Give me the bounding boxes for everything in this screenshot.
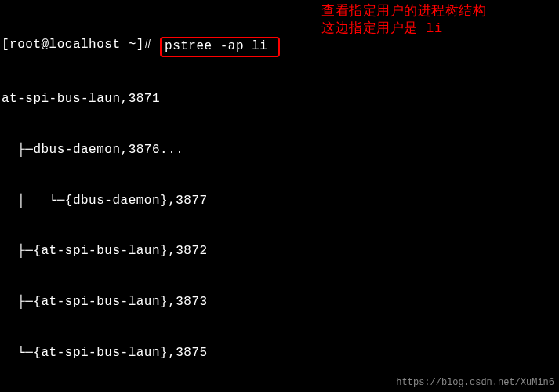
output-line: └─{at-spi-bus-laun},3875 <box>2 345 557 362</box>
annotation-line2: 这边指定用户是 li <box>321 20 486 38</box>
output-line: ├─{at-spi-bus-laun},3873 <box>2 294 557 311</box>
annotation-line1: 查看指定用户的进程树结构 <box>321 3 486 20</box>
output-line: at-spi-bus-laun,3871 <box>2 91 557 108</box>
terminal-window[interactable]: [root@localhost ~]# pstree -ap li at-spi… <box>0 0 559 392</box>
watermark-text: https://blog.csdn.net/XuMin6 <box>396 376 554 389</box>
output-line: │ └─{dbus-daemon},3877 <box>2 193 557 210</box>
output-line: ├─{at-spi-bus-laun},3872 <box>2 243 557 260</box>
command-text: pstree -ap li <box>165 39 275 53</box>
command-line: [root@localhost ~]# pstree -ap li <box>2 37 557 57</box>
output-line: ├─dbus-daemon,3876... <box>2 142 557 159</box>
shell-prompt: [root@localhost ~]# <box>2 37 160 54</box>
annotation-callout: 查看指定用户的进程树结构 这边指定用户是 li <box>321 3 486 38</box>
command-highlight: pstree -ap li <box>160 37 280 57</box>
